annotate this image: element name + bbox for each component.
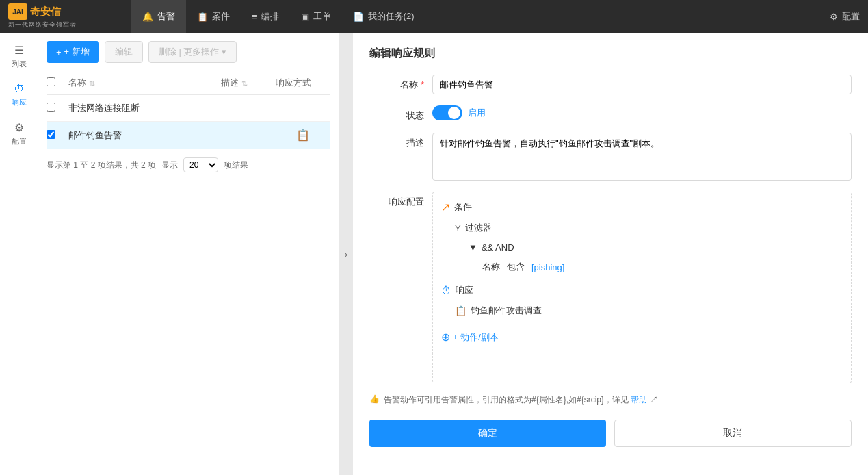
top-nav: JAi 奇安信 新一代网络安全领军者 🔔 告警 📋 案件 ≡ 编排 ▣ 工单 📄… <box>0 0 868 33</box>
add-button[interactable]: + + 新增 <box>47 41 99 63</box>
logo-text: 奇安信 <box>30 5 61 18</box>
nav-toolbox-label: 工单 <box>313 10 331 23</box>
response-section: ⏱ 响应 📋 钓鱼邮件攻击调查 <box>441 284 843 320</box>
table-row[interactable]: 邮件钓鱼告警 📋 <box>47 122 330 149</box>
collapse-button[interactable]: › <box>339 33 353 475</box>
row1-check <box>47 103 68 114</box>
rule-value: [pishing] <box>531 262 564 272</box>
status-label: 状态 <box>369 105 424 122</box>
add-action-icon: ⊕ <box>441 331 450 344</box>
sidebar-item-settings[interactable]: 配置 <box>0 116 38 152</box>
response-item-node: 📋 钓鱼邮件攻击调查 <box>441 302 843 320</box>
nav-settings[interactable]: ⚙ 配置 <box>830 10 860 23</box>
nav-item-alert[interactable]: 🔔 告警 <box>131 0 186 33</box>
main-layout: 列表 ⏱ 响应 配置 + + 新增 编辑 删除 | 更多操作 <box>0 33 868 475</box>
nav-schedule-label: 编排 <box>261 10 279 23</box>
hint-text: 告警动作可引用告警属性，引用的格式为#{属性名},如#{srcip}，详见 帮助… <box>384 394 658 406</box>
response-section-header: ⏱ 响应 <box>441 284 843 296</box>
pagination-show-label: 显示 <box>161 159 178 171</box>
rule-op: 包含 <box>507 261 525 273</box>
sidebar-settings-label: 配置 <box>12 136 27 146</box>
toolbar: + + 新增 编辑 删除 | 更多操作 ▾ <box>47 41 330 63</box>
and-collapse-icon[interactable]: ▼ <box>469 242 477 253</box>
header-name-label: 名称 <box>68 77 86 89</box>
nav-settings-label: 配置 <box>842 10 860 23</box>
logo-wrapper: JAi 奇安信 新一代网络安全领军者 <box>8 3 77 29</box>
form-footer: 确定 取消 <box>369 420 852 447</box>
response-doc-icon: 📋 <box>455 305 466 316</box>
nav-case-label: 案件 <box>212 10 230 23</box>
cancel-button[interactable]: 取消 <box>614 420 852 447</box>
status-toggle[interactable] <box>432 105 462 120</box>
add-icon: + <box>56 47 62 57</box>
bell-icon: 🔔 <box>142 12 153 22</box>
required-mark: * <box>421 79 424 90</box>
nav-item-toolbox[interactable]: ▣ 工单 <box>290 0 342 33</box>
delete-more-label: 删除 | 更多操作 ▾ <box>159 47 226 57</box>
edit-title: 编辑响应规则 <box>369 47 852 61</box>
header-desc-label: 描述 <box>221 77 239 89</box>
condition-header: ↗ 条件 <box>441 201 843 214</box>
name-label: 名称 * <box>369 75 424 91</box>
toggle-knob <box>448 107 460 119</box>
case-icon: 📋 <box>197 12 208 22</box>
add-label: + 新增 <box>64 46 90 58</box>
name-sort-icon[interactable] <box>89 78 95 88</box>
sidebar: 列表 ⏱ 响应 配置 <box>0 33 38 475</box>
sidebar-item-list[interactable]: 列表 <box>0 38 38 75</box>
row1-checkbox[interactable] <box>47 103 55 112</box>
logo-sub: 新一代网络安全领军者 <box>8 21 77 29</box>
name-input[interactable] <box>432 75 852 94</box>
edit-button[interactable]: 编辑 <box>105 41 143 63</box>
list-panel: + + 新增 编辑 删除 | 更多操作 ▾ 名称 <box>38 33 339 475</box>
table-row[interactable]: 非法网络连接阻断 <box>47 95 330 122</box>
pagination-result-label: 项结果 <box>224 159 248 171</box>
rule-node: 名称 包含 [pishing] <box>469 258 843 276</box>
hint-row: 👍 告警动作可引用告警属性，引用的格式为#{属性名},如#{srcip}，详见 … <box>369 394 852 406</box>
nav-item-case[interactable]: 📋 案件 <box>186 0 241 33</box>
toggle-switch: 启用 <box>432 105 486 120</box>
form-row-status: 状态 启用 <box>369 105 852 122</box>
rule-connector: 名称 包含 [pishing] <box>482 258 843 276</box>
response-config-label: 响应配置 <box>369 192 424 208</box>
desc-textarea[interactable]: 针对邮件钓鱼告警，自动执行"钓鱼邮件攻击调查"剧本。 <box>432 133 852 181</box>
nav-mytask-label: 我的任务(2) <box>368 10 415 23</box>
select-all-checkbox[interactable] <box>47 77 55 86</box>
hint-link[interactable]: 帮助 <box>631 395 647 405</box>
row2-checkbox[interactable] <box>47 130 55 139</box>
nav-item-mytask[interactable]: 📄 我的任务(2) <box>342 0 425 33</box>
condition-label: 条件 <box>454 201 472 214</box>
page-size-select[interactable]: 10 20 50 100 <box>183 157 218 172</box>
cancel-label: 取消 <box>723 427 742 438</box>
response-config-area: ↗ 条件 Y 过滤器 ▼ && AND <box>432 192 852 383</box>
condition-section: ↗ 条件 Y 过滤器 ▼ && AND <box>441 201 843 276</box>
gear-icon: ⚙ <box>830 12 838 22</box>
add-action-button[interactable]: ⊕ + 动作/剧本 <box>441 328 843 346</box>
form-row-response-config: 响应配置 ↗ 条件 Y 过滤器 <box>369 192 852 383</box>
settings-icon <box>14 121 24 134</box>
sidebar-response-label: 响应 <box>12 97 27 107</box>
response-item-label: 钓鱼邮件攻击调查 <box>471 305 542 317</box>
nav-item-schedule[interactable]: ≡ 编排 <box>241 0 290 33</box>
and-label: && AND <box>482 242 514 253</box>
nav-alert-label: 告警 <box>157 10 175 23</box>
edit-label: 编辑 <box>115 47 133 57</box>
form-row-desc: 描述 针对邮件钓鱼告警，自动执行"钓鱼邮件攻击调查"剧本。 <box>369 133 852 181</box>
delete-more-button[interactable]: 删除 | 更多操作 ▾ <box>148 41 237 63</box>
pagination-text: 显示第 1 至 2 项结果，共 2 项 <box>47 159 156 171</box>
share-icon: ↗ <box>441 201 450 214</box>
header-name-col: 名称 <box>68 77 221 89</box>
sidebar-item-response[interactable]: ⏱ 响应 <box>0 77 38 113</box>
external-link-icon: ↗ <box>650 395 658 405</box>
add-action-label: + 动作/剧本 <box>453 331 499 344</box>
list-icon <box>14 44 24 57</box>
filter-connector: Y 过滤器 <box>455 219 843 237</box>
logo-icon: JAi <box>8 3 27 20</box>
toggle-label: 启用 <box>468 107 486 119</box>
table-header: 名称 描述 响应方式 <box>47 71 330 95</box>
confirm-button[interactable]: 确定 <box>369 420 606 447</box>
desc-sort-icon[interactable] <box>241 78 248 88</box>
and-connector: ▼ && AND <box>469 240 843 255</box>
and-node: ▼ && AND 名称 包含 [pishing] <box>455 240 843 276</box>
chevron-right-icon: › <box>345 249 347 259</box>
